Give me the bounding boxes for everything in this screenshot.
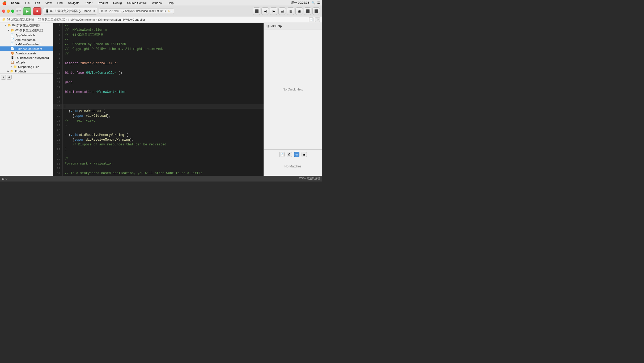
menu-edit[interactable]: Edit	[34, 1, 41, 5]
code-line-12: 12	[53, 75, 264, 80]
code-line-26: 26 // Dispose of any resources that can …	[53, 142, 264, 147]
sidebar-item-supporting[interactable]: ▶ 📁 Supporting Files	[0, 64, 53, 69]
back-btn[interactable]: ◀	[261, 7, 269, 15]
forward-btn[interactable]: ▶	[270, 7, 277, 15]
editor-version[interactable]: ▦	[295, 7, 303, 15]
supporting-icon: 📁	[13, 65, 17, 68]
sidebar-item-hmvc-h[interactable]: 📄 HMViewController.h	[0, 42, 53, 46]
sidebar-item-group[interactable]: ▼ 📂 02-加载自定义控制器	[0, 28, 53, 33]
sidebar-project-label: 02-加载自定义控制器	[12, 23, 40, 27]
search-icon[interactable]: 🔍	[311, 1, 315, 5]
folder-icon-group: 📂	[11, 29, 14, 32]
sidebar-item-hmvc-m[interactable]: 📄 HMViewController.m	[0, 46, 53, 51]
quick-help-icons: 📄 {} ◎ ▣	[266, 152, 320, 157]
left-panel-toggle[interactable]: ⬛	[253, 7, 260, 15]
code-line-30: 30 #pragma mark - Navigation	[53, 161, 264, 166]
code-line-10: 10	[53, 66, 264, 71]
scheme-icon: 📱	[45, 9, 49, 13]
code-line-32: 32 // In a storyboard-based application,…	[53, 171, 264, 176]
sidebar-item-appdelegate-m[interactable]: 📄 AppDelegate.m	[0, 37, 53, 42]
menu-view[interactable]: View	[44, 1, 53, 5]
code-line-7: 7 //	[53, 51, 264, 56]
toolbar-right: ⬛ ◀ ▶ ▤ ▥ ▦ ⬛ ⬛	[253, 7, 320, 15]
breadcrumb-part-0[interactable]: 02-加载自定义控制器	[7, 18, 35, 21]
run-button[interactable]: ▶	[23, 7, 31, 15]
utilities-toggle[interactable]: ⬛	[304, 7, 311, 15]
code-line-6: 6 // Copyright © 2015年 itheima. All righ…	[53, 47, 264, 51]
qh-circle-icon[interactable]: ◎	[294, 152, 299, 157]
code-line-14: 14	[53, 85, 264, 90]
maximize-button[interactable]	[11, 10, 14, 13]
sidebar-item-products[interactable]: ▶ 📁 Products	[0, 69, 53, 74]
status-panel-icon-1[interactable]: ⊞	[2, 177, 4, 180]
close-button[interactable]	[2, 10, 5, 13]
add-file-button[interactable]: +	[1, 75, 6, 80]
sidebar-supporting-label: Supporting Files	[18, 65, 39, 68]
menu-navigate[interactable]: Navigate	[67, 1, 80, 5]
triangle-icon-group: ▼	[7, 29, 10, 32]
menu-find[interactable]: Find	[56, 1, 63, 5]
status-info: CSDN@清风编程	[299, 177, 320, 180]
code-line-18: 18	[53, 104, 264, 109]
menu-source-control[interactable]: Source Control	[126, 1, 147, 5]
right-panel-toggle[interactable]: ⬛	[312, 7, 320, 15]
quick-help-panel: Quick Help No Quick Help 📄 {} ◎ ▣ No Mat…	[264, 23, 322, 176]
products-icon: 📁	[10, 70, 14, 73]
breadcrumb-sep-1: ›	[66, 18, 67, 21]
breadcrumb-part-3[interactable]: @implementation HMViewController	[98, 18, 145, 21]
menu-file[interactable]: File	[24, 1, 31, 5]
main-layout: ▼ 📂 02-加载自定义控制器 ▼ 📂 02-加载自定义控制器 📄 AppDel…	[0, 23, 322, 176]
sidebar-group-label: 02-加载自定义控制器	[15, 28, 43, 32]
menu-product[interactable]: Product	[97, 1, 109, 5]
file-icon-m2: 📄	[11, 47, 14, 50]
editor-standard[interactable]: ▤	[278, 7, 286, 15]
code-line-11: 11 @interface HMViewController ()	[53, 71, 264, 75]
sidebar-plist-label: Info.plist	[15, 61, 26, 64]
menu-window[interactable]: Window	[151, 1, 163, 5]
sidebar-item-appdelegate-h[interactable]: 📄 AppDelegate.h	[0, 33, 53, 37]
status-left: ⊞ ↻	[2, 177, 7, 180]
code-line-2: 2 // HMViewController.m	[53, 28, 264, 32]
filter-button[interactable]: ⊕	[7, 75, 12, 80]
menu-debug[interactable]: Debug	[112, 1, 123, 5]
qh-grid-icon[interactable]: ▣	[302, 152, 307, 157]
breadcrumb-action-2[interactable]: ↻	[315, 17, 320, 22]
sidebar-item-project[interactable]: ▼ 📂 02-加载自定义控制器	[0, 23, 53, 28]
breadcrumb-action-1[interactable]: 📄	[309, 17, 313, 22]
quick-help-bottom: 📄 {} ◎ ▣ No Matches	[264, 149, 322, 176]
apple-menu[interactable]: 🍎	[2, 1, 7, 5]
sidebar-assets-label: Assets.xcassets	[15, 52, 36, 55]
breadcrumb-sep-0: ›	[36, 18, 37, 21]
triangle-icon-products: ▶	[7, 70, 9, 72]
pause-button[interactable]: 暂停	[16, 8, 21, 15]
code-line-3: 3 // 02-加载自定义控制器	[53, 32, 264, 37]
code-line-20: 20 [super viewDidLoad];	[53, 114, 264, 118]
code-editor[interactable]: 1 // 2 // HMViewController.m 3 // 02-加载自…	[53, 23, 264, 176]
quick-help-title: Quick Help	[264, 23, 322, 29]
sidebar-item-assets[interactable]: 🎨 Assets.xcassets	[0, 51, 53, 55]
menu-editor[interactable]: Editor	[84, 1, 94, 5]
code-line-25: 25 [super didReceiveMemoryWarning];	[53, 137, 264, 142]
minimize-button[interactable]	[7, 10, 10, 13]
breadcrumb-sep-2: ›	[96, 18, 97, 21]
editor-assistant[interactable]: ▥	[287, 7, 294, 15]
sidebar-footer: + ⊕	[0, 74, 53, 81]
qh-braces-icon[interactable]: {}	[287, 152, 292, 157]
code-line-27: 27 }	[53, 147, 264, 152]
status-bar: ⊞ ↻ CSDN@清风编程	[0, 176, 322, 182]
sidebar-item-plist[interactable]: 📋 Info.plist	[0, 60, 53, 64]
qh-doc-icon[interactable]: 📄	[279, 152, 285, 157]
breadcrumb-icon: 📁	[2, 18, 6, 21]
code-line-22: 22 }	[53, 123, 264, 128]
scheme-label: 02-加载自定义控制器 ❯ iPhone 6s	[50, 9, 95, 13]
hamburger-icon[interactable]: ☰	[317, 1, 320, 5]
sidebar-item-launch[interactable]: 📱 LaunchScreen.storyboard	[0, 55, 53, 60]
status-panel-icon-2[interactable]: ↻	[5, 177, 7, 180]
stop-button[interactable]: ■	[33, 7, 41, 15]
scheme-selector[interactable]: 📱 02-加载自定义控制器 ❯ iPhone 6s	[43, 8, 97, 15]
breadcrumb-part-2[interactable]: HMViewController.m	[68, 18, 95, 21]
menu-xcode[interactable]: Xcode	[10, 1, 21, 5]
build-status-text: Build 02-加载自定义控制器: Succeeded	[101, 9, 148, 13]
menu-help[interactable]: Help	[167, 1, 175, 5]
breadcrumb-part-1[interactable]: 02-加载自定义控制器	[38, 18, 65, 21]
